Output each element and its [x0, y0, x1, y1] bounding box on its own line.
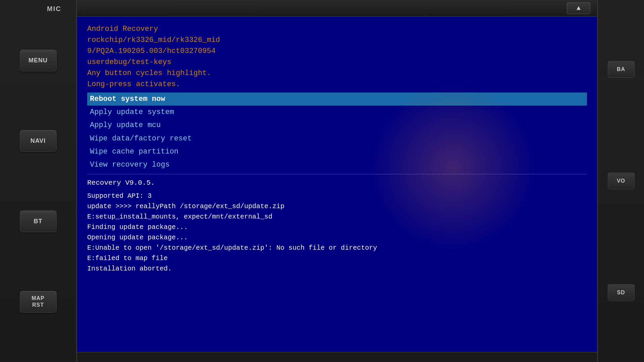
menu-item-wipe-data[interactable]: Wipe data/factory reset	[87, 132, 587, 145]
menu-item-apply-system[interactable]: Apply update system	[87, 106, 587, 119]
log-line-4: Finding update package...	[87, 222, 587, 232]
menu-button[interactable]: MENU	[20, 50, 57, 71]
bt-button[interactable]: BT	[20, 210, 57, 232]
log-line-3: E:setup_install_mounts, expect/mnt/exter…	[87, 212, 587, 222]
log-section: Recovery V9.0.5. Supported API: 3 update…	[87, 178, 587, 274]
eject-button[interactable]: ▲	[567, 2, 590, 14]
menu-item-wipe-cache[interactable]: Wipe cache partition	[87, 145, 587, 158]
log-line-6: E:Unable to open '/storage/ext_sd/update…	[87, 243, 587, 253]
log-line-2: update >>>> reallyPath /storage/ext_sd/u…	[87, 201, 587, 212]
menu-item-reboot[interactable]: Reboot system now	[87, 93, 587, 106]
menu-section: Reboot system now Apply update system Ap…	[87, 93, 587, 171]
mic-label: MIC	[47, 5, 61, 13]
log-line-1: Supported API: 3	[87, 191, 587, 201]
top-strip: ▲	[77, 0, 597, 17]
log-line-5: Opening update package...	[87, 232, 587, 243]
left-panel: MIC MENU NAVI BT MAP RST	[0, 0, 77, 362]
car-unit: MIC MENU NAVI BT MAP RST BA VO SD ▲	[0, 0, 644, 362]
header-section: Android Recovery rockchip/rk3326_mid/rk3…	[87, 23, 587, 90]
screen-inner: Android Recovery rockchip/rk3326_mid/rk3…	[77, 17, 597, 352]
log-version: Recovery V9.0.5.	[87, 178, 587, 189]
header-line-3: 9/PQ2A.190205.003/hct03270954	[87, 46, 587, 57]
right-panel: BA VO SD	[597, 0, 644, 362]
header-line-2: rockchip/rk3326_mid/rk3326_mid	[87, 35, 587, 46]
divider	[87, 174, 587, 174]
sd-button[interactable]: SD	[608, 284, 635, 301]
menu-item-view-logs[interactable]: View recovery logs	[87, 158, 587, 171]
header-line-6: Long-press activates.	[87, 79, 587, 90]
log-line-8: Installation aborted.	[87, 263, 587, 274]
map-rst-button[interactable]: MAP RST	[20, 291, 57, 313]
header-line-1: Android Recovery	[87, 23, 587, 35]
header-line-4: userdebug/test-keys	[87, 57, 587, 68]
header-line-5: Any button cycles highlight.	[87, 68, 587, 79]
menu-item-apply-mcu[interactable]: Apply update mcu	[87, 119, 587, 132]
vo-button[interactable]: VO	[608, 173, 635, 189]
bottom-strip	[77, 352, 597, 362]
log-line-7: E:failed to map file	[87, 253, 587, 263]
screen: Android Recovery rockchip/rk3326_mid/rk3…	[77, 17, 597, 352]
navi-button[interactable]: NAVI	[20, 130, 57, 152]
ba-button[interactable]: BA	[608, 61, 635, 78]
